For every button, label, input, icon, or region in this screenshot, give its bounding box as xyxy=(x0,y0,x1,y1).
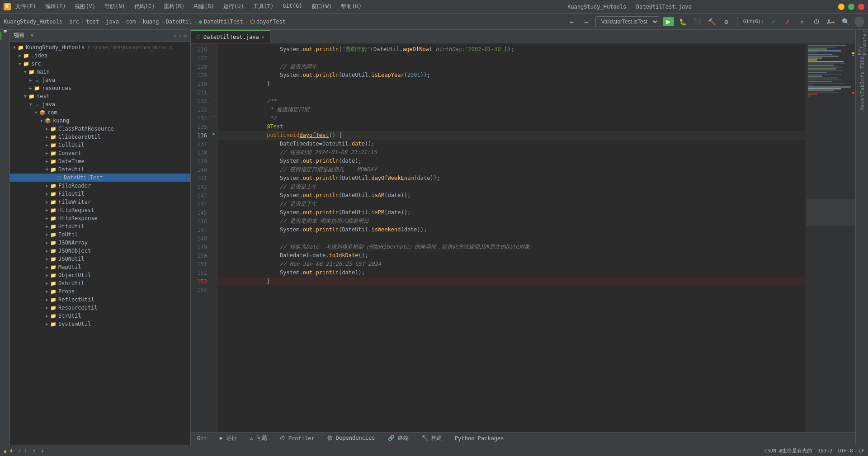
code-editor[interactable]: 126 127 128 129 130 131 132 133 134 135 … xyxy=(191,43,855,432)
tree-item-src[interactable]: ▼ 📁 src xyxy=(10,60,190,68)
git-update-button[interactable]: ↑ xyxy=(797,16,807,27)
fold-132[interactable]: ⌐ xyxy=(213,97,215,102)
project-tab[interactable]: 项目 xyxy=(0,32,9,40)
debug-button[interactable]: 🐛 xyxy=(678,16,689,27)
tree-item-ReflectUtil[interactable]: ▶ 📁 ReflectUtil xyxy=(10,296,190,304)
tree-item-HttpResponse[interactable]: ▶ 📁 HttpResponse xyxy=(10,214,190,222)
bottom-tab-profiler[interactable]: ⏱ Profiler xyxy=(277,434,317,443)
tree-arrow-test[interactable]: ▼ xyxy=(23,94,28,99)
tree-arrow-JSONUtil[interactable]: ▶ xyxy=(44,256,50,262)
bottom-tab-build[interactable]: 🔨 构建 xyxy=(419,433,445,444)
close-button[interactable] xyxy=(858,4,864,10)
stop-button[interactable]: ⬛ xyxy=(692,16,703,27)
tree-arrow-Props[interactable]: ▶ xyxy=(44,289,50,294)
tree-item-HttpRequest[interactable]: ▶ 📁 HttpRequest xyxy=(10,206,190,214)
tree-item-StrUtil[interactable]: ▶ 📁 StrUtil xyxy=(10,312,190,320)
forward-button[interactable]: → xyxy=(581,16,592,27)
tree-item-MapUtil[interactable]: ▶ 📁 MapUtil xyxy=(10,263,190,271)
tree-item-root[interactable]: ▼ 📁 KuangStudy_Hutools E:\Code\IDEA\Kuan… xyxy=(10,43,190,52)
encoding-status[interactable]: UTF-8 xyxy=(838,448,853,454)
expand-all-icon[interactable]: ≡ xyxy=(179,33,182,39)
avatar-button[interactable] xyxy=(854,17,864,27)
git-branch-status[interactable]: CSDN @生命是有光的 xyxy=(764,447,812,454)
code-content[interactable]: System.out.println("贾萌年龄" + DateUtil.age… xyxy=(217,43,806,432)
minimize-button[interactable] xyxy=(838,4,844,10)
tree-arrow-ResourceUtil[interactable]: ▶ xyxy=(44,305,50,310)
tree-item-kuang[interactable]: ▼ 📦 kuang xyxy=(10,117,190,125)
bottom-tab-terminal[interactable]: 🔗 终端 xyxy=(385,433,411,444)
fold-130[interactable]: ⌐ xyxy=(213,80,215,85)
tree-arrow-kuang[interactable]: ▼ xyxy=(39,118,44,123)
tree-arrow-java-test[interactable]: ▼ xyxy=(28,102,33,107)
bottom-tab-run[interactable]: ▶ 运行 xyxy=(217,433,240,444)
menu-git[interactable]: Git(G) xyxy=(281,2,304,11)
tree-item-java-test[interactable]: ▼ ☕ java xyxy=(10,100,190,108)
tree-item-com[interactable]: ▼ 📦 com xyxy=(10,108,190,117)
tree-arrow-resources[interactable]: ▶ xyxy=(28,85,33,91)
run-136[interactable]: ▶ xyxy=(212,131,215,136)
side-icon-maven[interactable]: Maven xyxy=(857,93,868,111)
menu-view[interactable]: 视图(V) xyxy=(73,2,97,11)
tree-arrow-com[interactable]: ▼ xyxy=(33,110,39,115)
git-history-button[interactable]: ⏱ xyxy=(811,16,822,27)
fold-134[interactable]: ⌐ xyxy=(213,114,215,119)
breadcrumb-project[interactable]: KuangStudy_Hutools xyxy=(4,19,62,25)
tab-close-button[interactable]: ✕ xyxy=(262,34,264,39)
tree-item-JSONUtil[interactable]: ▶ 📁 JSONUtil xyxy=(10,255,190,263)
menu-file[interactable]: 文件(F) xyxy=(14,2,38,11)
menu-tools[interactable]: 工具(T) xyxy=(251,2,276,11)
build-button[interactable]: 🔨 xyxy=(707,16,717,27)
tree-item-DateUtil[interactable]: ▼ 📁 DateUtil xyxy=(10,165,190,174)
tree-arrow-FileReader[interactable]: ▶ xyxy=(44,183,50,188)
bottom-tab-problems[interactable]: ⚠ 问题 xyxy=(247,433,269,444)
menu-edit[interactable]: 编辑(E) xyxy=(43,2,68,11)
breadcrumb-test[interactable]: test xyxy=(86,19,99,25)
tree-item-test[interactable]: ▼ 📁 test xyxy=(10,92,190,100)
run-button[interactable]: ▶ xyxy=(663,17,674,26)
tree-item-OshiUtil[interactable]: ▶ 📁 OshiUtil xyxy=(10,279,190,287)
tree-item-Convert[interactable]: ▶ 📁 Convert xyxy=(10,149,190,157)
tree-item-JSONObject[interactable]: ▶ 📁 JSONObject xyxy=(10,247,190,255)
tree-item-SystemUtil[interactable]: ▶ 📁 SystemUtil xyxy=(10,320,190,328)
git-x-button[interactable]: ✗ xyxy=(782,16,793,27)
tree-item-FileReader[interactable]: ▶ 📁 FileReader xyxy=(10,182,190,190)
tab-DateUtilTest[interactable]: ⬡ DateUtilTest.java ✕ xyxy=(191,30,270,43)
settings-icon[interactable]: ⚙ xyxy=(184,33,187,39)
tree-arrow-ReflectUtil[interactable]: ▶ xyxy=(44,297,50,302)
collapse-all-icon[interactable]: ⇐ xyxy=(173,33,176,39)
tree-arrow-ClassPathResource[interactable]: ▶ xyxy=(44,126,50,132)
tree-arrow-root[interactable]: ▼ xyxy=(12,45,17,50)
tree-arrow-ObjectUtil[interactable]: ▶ xyxy=(44,273,50,278)
side-icon-key-promoter[interactable]: Key Promoter xyxy=(857,33,868,52)
tree-item-main[interactable]: ▼ 📁 main xyxy=(10,68,190,76)
bottom-tab-git[interactable]: Git xyxy=(194,434,210,443)
tree-arrow-ClipboardUtil[interactable]: ▶ xyxy=(44,134,50,140)
search-button[interactable]: 🔍 xyxy=(840,16,851,27)
menu-refactor[interactable]: 重构(R) xyxy=(162,2,186,11)
menu-window[interactable]: 窗口(W) xyxy=(310,2,334,11)
tree-arrow-DateUtil[interactable]: ▼ xyxy=(44,167,50,172)
tree-arrow-SystemUtil[interactable]: ▶ xyxy=(44,321,50,327)
tree-item-ResourceUtil[interactable]: ▶ 📁 ResourceUtil xyxy=(10,304,190,312)
tree-item-JSONArray[interactable]: ▶ 📁 JSONArray xyxy=(10,239,190,247)
tree-arrow-HttpUtil[interactable]: ▶ xyxy=(44,224,50,229)
tree-item-ClassPathResource[interactable]: ▶ 📁 ClassPathResource xyxy=(10,125,190,133)
tree-arrow-HttpRequest[interactable]: ▶ xyxy=(44,207,50,213)
tree-arrow-JSONObject[interactable]: ▶ xyxy=(44,248,50,254)
maximize-button[interactable] xyxy=(848,4,854,10)
tree-arrow-HttpResponse[interactable]: ▶ xyxy=(44,216,50,221)
tree-item-Props[interactable]: ▶ 📁 Props xyxy=(10,287,190,296)
tree-item-FileWriter[interactable]: ▶ 📁 FileWriter xyxy=(10,198,190,206)
breadcrumb-method[interactable]: dayofTest xyxy=(256,19,286,25)
breadcrumb-class[interactable]: DateUtilTest xyxy=(204,19,243,25)
tree-arrow-Convert[interactable]: ▶ xyxy=(44,150,50,156)
menu-run[interactable]: 运行(U) xyxy=(222,2,246,11)
tree-item-DateTime[interactable]: ▶ 📁 DateTime xyxy=(10,157,190,165)
menu-nav[interactable]: 导航(N) xyxy=(103,2,127,11)
tree-arrow-idea[interactable]: ▶ xyxy=(17,53,23,58)
tree-item-DateUtilTest[interactable]: ⬡ DateUtilTest xyxy=(10,174,190,182)
tree-item-FileUtil[interactable]: ▶ 📁 FileUtil xyxy=(10,190,190,198)
menu-bar[interactable]: 文件(F) 编辑(E) 视图(V) 导航(N) 代码(C) 重构(R) 构建(B… xyxy=(14,2,363,11)
breadcrumb-kuang[interactable]: kuang xyxy=(142,19,159,25)
warnings-status[interactable]: ▲ 4 xyxy=(4,448,13,454)
